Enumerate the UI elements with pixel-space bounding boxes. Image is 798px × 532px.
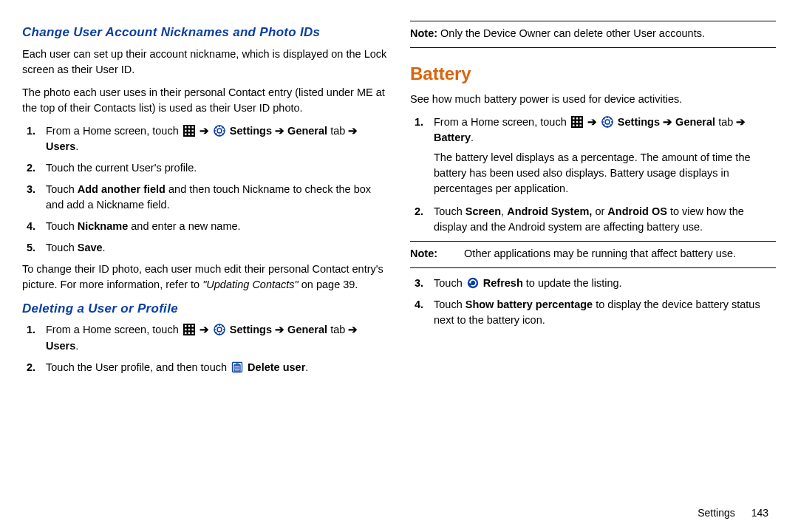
arrow-icon: ➔ — [275, 324, 284, 335]
page-body: Change User Account Nicknames and Photo … — [22, 18, 776, 381]
arrow-icon: ➔ — [200, 324, 209, 335]
text: Save — [78, 242, 103, 253]
text: , — [501, 205, 507, 217]
steps-delete: From a Home screen, touch ➔ Settings ➔ G… — [22, 322, 388, 375]
step-battery-4: Touch Show battery percentage to display… — [434, 297, 776, 328]
note-text: Other applications may be running that a… — [437, 248, 736, 259]
text: Touch — [46, 242, 78, 253]
left-column: Change User Account Nicknames and Photo … — [22, 18, 388, 381]
arrow-icon: ➔ — [200, 125, 209, 137]
note-label: Note: — [410, 248, 437, 259]
text: Touch — [46, 183, 78, 195]
step-battery-2: Touch Screen, Android System, or Android… — [434, 204, 776, 235]
text: Touch — [46, 220, 78, 232]
arrow-icon: ➔ — [348, 125, 358, 137]
text: Android System, — [507, 205, 592, 217]
text-settings: Settings — [618, 116, 660, 128]
step-battery-1-follow: The battery level displays as a percenta… — [434, 150, 776, 197]
para-change-2: The photo each user uses in their person… — [22, 85, 388, 116]
steps-battery-a: From a Home screen, touch ➔ Settings ➔ G… — [410, 115, 776, 235]
note-other-apps: Note: Other applications may be running … — [410, 241, 776, 268]
text: Show battery percentage — [466, 299, 593, 310]
steps-battery-b: Touch Refresh to update the listing. Tou… — [410, 276, 776, 328]
para-change-1: Each user can set up their account nickn… — [22, 47, 388, 78]
arrow-icon: ➔ — [348, 324, 358, 335]
text: . — [305, 361, 308, 373]
arrow-icon: ➔ — [275, 125, 284, 137]
text: From a Home screen, touch — [434, 116, 570, 128]
text: Delete user — [248, 361, 305, 373]
arrow-icon: ➔ — [736, 116, 746, 128]
step-battery-1: From a Home screen, touch ➔ Settings ➔ G… — [434, 115, 776, 197]
step-change-4: Touch Nickname and enter a new name. — [46, 219, 388, 234]
note-text: Only the Device Owner can delete other U… — [437, 27, 705, 39]
apps-icon — [571, 116, 583, 128]
cross-ref: "Updating Contacts" — [202, 279, 299, 290]
text-settings: Settings — [230, 125, 272, 137]
apps-icon — [183, 324, 195, 335]
footer-page-number: 143 — [751, 507, 768, 519]
step-change-1: From a Home screen, touch ➔ Settings ➔ G… — [46, 123, 388, 154]
gear-icon — [214, 324, 225, 335]
text-users: Users — [46, 340, 75, 352]
gear-icon — [214, 125, 225, 137]
text-general: General — [287, 125, 327, 137]
note-device-owner: Note: Only the Device Owner can delete o… — [410, 21, 776, 48]
para-battery-1: See how much battery power is used for d… — [410, 92, 776, 107]
heading-change-nicknames: Change User Account Nicknames and Photo … — [22, 24, 388, 42]
text: Android OS — [607, 205, 667, 217]
step-change-5: Touch Save. — [46, 240, 388, 256]
text: and enter a new name. — [128, 220, 240, 232]
step-change-2: Touch the current User's profile. — [46, 160, 388, 176]
step-change-3: Touch Add another field and then touch N… — [46, 182, 388, 213]
text: on page 39. — [299, 279, 358, 290]
step-battery-3: Touch Refresh to update the listing. — [434, 276, 776, 291]
arrow-icon: ➔ — [587, 116, 597, 128]
text: From a Home screen, touch — [46, 125, 182, 137]
text: Touch — [434, 205, 466, 217]
apps-icon — [183, 125, 195, 137]
step-delete-1: From a Home screen, touch ➔ Settings ➔ G… — [46, 322, 388, 353]
text: . — [103, 242, 106, 253]
text-users: Users — [46, 140, 75, 152]
text: Add another field — [78, 183, 166, 195]
text: From a Home screen, touch — [46, 324, 182, 335]
heading-battery: Battery — [410, 61, 776, 87]
page-footer: Settings 143 — [698, 505, 768, 520]
text: Nickname — [78, 220, 129, 232]
text-tab: tab — [327, 324, 348, 335]
refresh-icon — [467, 277, 479, 289]
right-column: Note: Only the Device Owner can delete o… — [410, 18, 776, 381]
text: Touch — [434, 299, 466, 310]
para-change-3: To change their ID photo, each user much… — [22, 262, 388, 293]
text-tab: tab — [327, 125, 348, 137]
heading-deleting-user: Deleting a User or Profile — [22, 300, 388, 318]
step-delete-2: Touch the User profile, and then touch D… — [46, 360, 388, 375]
text-general: General — [287, 324, 327, 335]
footer-section: Settings — [698, 507, 735, 519]
gear-icon — [601, 116, 613, 128]
note-label: Note: — [410, 27, 437, 39]
steps-change: From a Home screen, touch ➔ Settings ➔ G… — [22, 123, 388, 256]
text: Refresh — [483, 277, 523, 289]
text: Screen — [466, 205, 501, 217]
text-general: General — [675, 116, 715, 128]
text-tab: tab — [715, 116, 736, 128]
text-settings: Settings — [230, 324, 272, 335]
text: Touch the User profile, and then touch — [46, 361, 230, 373]
arrow-icon: ➔ — [663, 116, 672, 128]
trash-icon — [231, 361, 243, 373]
text: Touch — [434, 277, 466, 289]
text: to update the listing. — [523, 277, 622, 289]
text-battery: Battery — [434, 132, 471, 143]
text: or — [592, 205, 607, 217]
